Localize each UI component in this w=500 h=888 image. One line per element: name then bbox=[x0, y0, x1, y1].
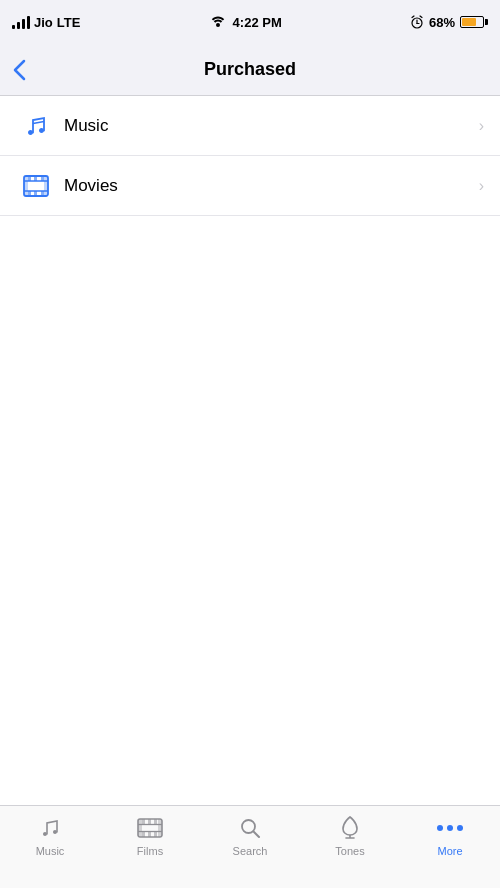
music-chevron: › bbox=[479, 117, 484, 135]
svg-rect-18 bbox=[138, 819, 142, 837]
signal-icon bbox=[12, 15, 30, 29]
tab-search-icon bbox=[236, 814, 264, 842]
svg-rect-7 bbox=[24, 176, 28, 196]
svg-line-29 bbox=[254, 832, 260, 838]
tab-tones-label: Tones bbox=[335, 845, 364, 857]
svg-rect-11 bbox=[28, 176, 31, 181]
music-icon bbox=[16, 106, 56, 146]
tab-music-label: Music bbox=[36, 845, 65, 857]
svg-line-4 bbox=[412, 16, 414, 18]
svg-rect-8 bbox=[44, 176, 48, 196]
carrier-label: Jio bbox=[34, 15, 53, 30]
back-button[interactable] bbox=[12, 59, 26, 81]
tab-item-more[interactable]: More bbox=[400, 814, 500, 857]
svg-rect-26 bbox=[148, 832, 151, 838]
svg-rect-13 bbox=[41, 176, 44, 181]
svg-rect-14 bbox=[28, 191, 31, 196]
time-label: 4:22 PM bbox=[233, 15, 282, 30]
svg-rect-22 bbox=[142, 819, 145, 825]
tab-item-music[interactable]: Music bbox=[0, 814, 100, 857]
tab-dot-3 bbox=[457, 825, 463, 831]
svg-rect-23 bbox=[148, 819, 151, 825]
tab-films-icon bbox=[136, 814, 164, 842]
tab-more-icon bbox=[436, 814, 464, 842]
movies-icon bbox=[16, 166, 56, 206]
list-item-movies[interactable]: Movies › bbox=[0, 156, 500, 216]
svg-rect-12 bbox=[34, 176, 37, 181]
status-bar: Jio LTE 4:22 PM 68% bbox=[0, 0, 500, 44]
tab-bar: Music Films bbox=[0, 805, 500, 888]
tab-item-films[interactable]: Films bbox=[100, 814, 200, 857]
tab-films-label: Films bbox=[137, 845, 163, 857]
page-title: Purchased bbox=[204, 59, 296, 80]
status-right: 68% bbox=[410, 15, 488, 30]
battery-icon bbox=[460, 16, 488, 28]
svg-rect-19 bbox=[158, 819, 162, 837]
movies-chevron: › bbox=[479, 177, 484, 195]
tab-item-search[interactable]: Search bbox=[200, 814, 300, 857]
svg-rect-25 bbox=[142, 832, 145, 838]
svg-line-5 bbox=[420, 16, 422, 18]
svg-point-0 bbox=[216, 23, 220, 27]
status-left: Jio LTE bbox=[12, 15, 80, 30]
list-item-music[interactable]: Music › bbox=[0, 96, 500, 156]
tab-dot-2 bbox=[447, 825, 453, 831]
purchased-list: Music › Movies › bbox=[0, 96, 500, 216]
network-label: LTE bbox=[57, 15, 81, 30]
hotspot-icon bbox=[209, 15, 227, 29]
svg-rect-27 bbox=[154, 832, 157, 838]
tab-item-tones[interactable]: Tones bbox=[300, 814, 400, 857]
status-center: 4:22 PM bbox=[209, 15, 282, 30]
svg-rect-15 bbox=[34, 191, 37, 196]
svg-rect-24 bbox=[154, 819, 157, 825]
movies-label: Movies bbox=[64, 176, 479, 196]
tab-more-label: More bbox=[437, 845, 462, 857]
alarm-icon bbox=[410, 15, 424, 29]
tab-dot-1 bbox=[437, 825, 443, 831]
tab-music-icon bbox=[36, 814, 64, 842]
tab-search-label: Search bbox=[233, 845, 268, 857]
battery-percent: 68% bbox=[429, 15, 455, 30]
tab-tones-icon bbox=[336, 814, 364, 842]
svg-rect-16 bbox=[41, 191, 44, 196]
nav-bar: Purchased bbox=[0, 44, 500, 96]
music-label: Music bbox=[64, 116, 479, 136]
